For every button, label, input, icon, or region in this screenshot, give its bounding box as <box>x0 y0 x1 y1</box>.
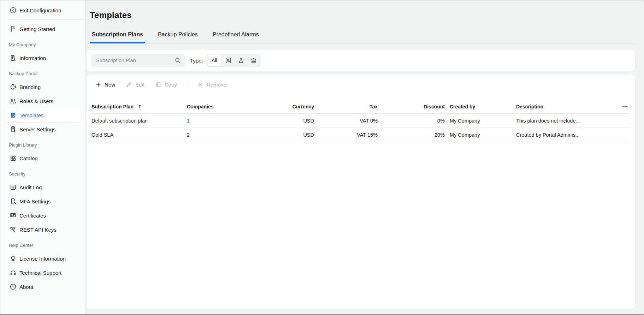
building-person-icon <box>10 54 17 61</box>
sidebar-item-branding[interactable]: Branding <box>0 80 85 94</box>
table-header: Subscription Plan Companies Currency Tax… <box>91 100 630 114</box>
sidebar-item-technical-support[interactable]: Technical Support <box>0 266 85 280</box>
sidebar-divider <box>9 19 85 20</box>
cell-created-by: My Company <box>445 132 516 138</box>
cell-discount: 20% <box>378 132 445 138</box>
sidebar-item-server-settings[interactable]: Server Settings <box>0 122 85 136</box>
medal-icon <box>10 255 17 262</box>
column-settings-button[interactable] <box>620 102 630 111</box>
table-row[interactable]: Default subscription plan 1 USD VAT 0% 0… <box>91 114 630 128</box>
edit-button-label: Edit <box>135 82 144 88</box>
table-row[interactable]: Gold SLA 2 USD VAT 15% 20% My Company Cr… <box>91 128 630 142</box>
column-header-subscription-plan[interactable]: Subscription Plan <box>91 104 187 109</box>
sidebar-item-label: Certificates <box>19 213 46 219</box>
cell-tax: VAT 0% <box>314 118 378 124</box>
type-filter-plan[interactable] <box>222 55 234 66</box>
sidebar-section-help-center: Help Center <box>0 239 85 251</box>
remove-button[interactable]: Remove <box>194 78 230 91</box>
grid-diamond-icon <box>10 155 17 162</box>
info-circle-icon <box>10 283 17 290</box>
sidebar-item-about[interactable]: About <box>0 280 85 294</box>
cell-description: This plan does not include... <box>516 118 614 124</box>
sidebar-item-rest-api-keys[interactable]: REST API Keys <box>0 222 85 237</box>
cell-discount: 0% <box>378 118 445 124</box>
sidebar-item-exit-configuration[interactable]: Exit Configuration <box>0 3 85 17</box>
type-filter-group: All <box>206 54 261 67</box>
sidebar-item-label: License Information <box>19 256 66 262</box>
cell-companies: 2 <box>187 132 233 138</box>
keys-icon <box>10 226 17 233</box>
clipboard-pen-icon <box>10 112 17 119</box>
sidebar-item-label: Branding <box>19 84 41 90</box>
certificate-icon <box>10 212 17 219</box>
sidebar-item-information[interactable]: Information <box>0 51 85 65</box>
sidebar-item-label: Exit Configuration <box>19 7 61 13</box>
type-filter-all[interactable]: All <box>207 55 221 66</box>
search-box[interactable] <box>91 54 185 67</box>
search-input[interactable] <box>96 58 172 63</box>
tab-backup-policies[interactable]: Backup Policies <box>156 31 200 43</box>
list-box-icon <box>10 184 17 191</box>
sidebar-item-label: Roles & Users <box>19 98 53 104</box>
filter-panel: Type: All <box>87 50 635 71</box>
sidebar-item-label: Catalog <box>19 155 38 161</box>
plus-icon <box>95 82 101 88</box>
tab-predefined-alarms[interactable]: Predefined Alarms <box>211 31 261 43</box>
cell-currency: USD <box>233 132 314 138</box>
palette-icon <box>10 83 17 90</box>
sidebar-item-audit-log[interactable]: Audit Log <box>0 180 85 194</box>
pencil-icon <box>126 82 132 88</box>
flag-icon <box>10 25 17 32</box>
search-icon <box>175 57 181 64</box>
sidebar-item-roles-users[interactable]: Roles & Users <box>0 94 85 108</box>
sidebar-section-backup-portal: Backup Portal <box>0 67 85 80</box>
sidebar-section-plugin-library: Plugin Library <box>0 138 85 151</box>
sidebar-item-label: MFA Settings <box>19 198 51 204</box>
server-gear-icon <box>10 126 17 133</box>
sidebar-item-label: Getting Started <box>19 26 55 32</box>
sidebar: Exit Configuration Getting Started My Co… <box>0 0 85 314</box>
ellipsis-icon <box>622 104 628 109</box>
sidebar-item-catalog[interactable]: Catalog <box>0 151 85 165</box>
toolbar-divider <box>187 80 187 89</box>
sidebar-item-label: Server Settings <box>19 126 56 132</box>
sidebar-section-my-company: My Company <box>0 38 85 51</box>
column-header-created-by[interactable]: Created by <box>445 104 516 109</box>
sidebar-item-label: About <box>19 284 33 290</box>
cell-tax: VAT 15% <box>314 132 378 138</box>
page-title: Templates <box>90 10 644 20</box>
bank-icon <box>250 57 257 64</box>
column-header-companies[interactable]: Companies <box>187 104 233 109</box>
remove-button-label: Remove <box>207 82 226 88</box>
column-header-tax[interactable]: Tax <box>314 104 378 109</box>
companies-link[interactable]: 1 <box>187 118 190 124</box>
main-content: Templates Subscription Plans Backup Poli… <box>85 0 644 314</box>
sidebar-item-label: REST API Keys <box>19 227 57 233</box>
headset-icon <box>10 269 17 276</box>
sidebar-item-templates[interactable]: Templates <box>5 108 81 122</box>
copy-button[interactable]: Copy <box>152 78 181 91</box>
copy-button-label: Copy <box>165 82 177 88</box>
type-filter-label: Type: <box>190 58 203 64</box>
column-header-discount[interactable]: Discount <box>378 104 445 109</box>
sidebar-item-certificates[interactable]: Certificates <box>0 208 85 222</box>
sidebar-item-label: Information <box>19 55 46 61</box>
edit-button[interactable]: Edit <box>122 78 148 91</box>
sidebar-item-getting-started[interactable]: Getting Started <box>0 22 85 36</box>
sidebar-item-mfa-settings[interactable]: MFA Settings <box>0 194 85 208</box>
type-filter-user[interactable] <box>235 55 247 66</box>
sidebar-item-license-information[interactable]: License Information <box>0 251 85 266</box>
type-filter-company[interactable] <box>248 55 260 66</box>
new-button[interactable]: New <box>91 78 119 91</box>
cell-description: Created by Portal Adminis... <box>516 132 614 138</box>
close-icon <box>197 82 203 88</box>
column-header-description[interactable]: Description <box>516 104 614 109</box>
content-panel: New Edit Copy Remove <box>87 75 635 309</box>
tab-bar: Subscription Plans Backup Policies Prede… <box>90 31 635 43</box>
users-icon <box>10 97 17 105</box>
sidebar-item-label: Templates <box>19 112 43 118</box>
column-header-currency[interactable]: Currency <box>233 104 314 109</box>
sidebar-item-label: Audit Log <box>19 184 42 190</box>
tab-subscription-plans[interactable]: Subscription Plans <box>90 31 145 43</box>
chevron-left-circle-icon <box>10 7 17 14</box>
